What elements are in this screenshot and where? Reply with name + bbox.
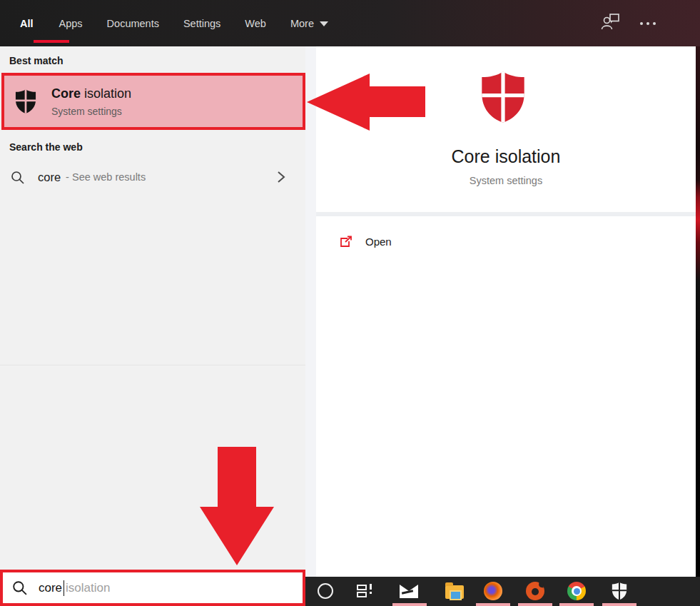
search-icon <box>11 171 24 184</box>
file-explorer-icon[interactable] <box>445 581 465 601</box>
tab-settings-label: Settings <box>183 18 220 29</box>
open-label: Open <box>365 236 392 248</box>
origin-icon[interactable] <box>525 581 545 601</box>
tab-web[interactable]: Web <box>233 0 278 46</box>
running-indicator-origin <box>518 603 552 606</box>
text-caret <box>64 580 64 596</box>
tab-documents-label: Documents <box>107 18 159 29</box>
best-match-result-core-isolation[interactable]: Core isolation System settings <box>1 73 305 130</box>
best-match-subtitle: System settings <box>51 106 131 117</box>
preview-subtitle: System settings <box>316 175 696 186</box>
preview-divider <box>316 212 696 216</box>
chevron-right-icon <box>277 171 285 183</box>
tab-more-label: More <box>290 18 314 29</box>
tab-more[interactable]: More <box>278 0 340 46</box>
annotation-arrow-down-icon <box>198 447 275 566</box>
tab-all-label: All <box>20 18 34 29</box>
search-icon <box>12 580 27 595</box>
desktop-wallpaper-strip <box>696 46 700 606</box>
chrome-icon[interactable] <box>567 581 587 601</box>
cortana-icon[interactable] <box>315 581 335 601</box>
best-match-header: Best match <box>9 55 63 66</box>
mail-icon[interactable] <box>399 581 419 601</box>
running-indicator-chrome <box>559 603 594 606</box>
tab-apps-label: Apps <box>59 18 83 29</box>
search-suggestion-text: isolation <box>66 581 110 595</box>
running-indicator-security <box>602 603 636 606</box>
tab-settings[interactable]: Settings <box>171 0 233 46</box>
tab-apps[interactable]: Apps <box>47 0 95 46</box>
web-hint-text: - See web results <box>66 171 146 183</box>
core-isolation-shield-icon <box>475 70 532 124</box>
more-options-icon[interactable] <box>639 18 657 29</box>
tab-documents[interactable]: Documents <box>95 0 171 46</box>
account-feedback-icon[interactable] <box>601 13 620 34</box>
web-result-item[interactable]: core - See web results <box>0 165 305 189</box>
windows-search-flyout: All Apps Documents Settings Web More Bes… <box>0 0 700 606</box>
open-action[interactable]: Open <box>316 228 696 255</box>
filter-tabs: All Apps Documents Settings Web More <box>0 0 700 46</box>
search-the-web-header: Search the web <box>9 141 83 153</box>
task-view-icon[interactable] <box>355 581 375 601</box>
results-divider <box>0 365 305 365</box>
running-indicator-mail <box>392 603 427 606</box>
tab-all[interactable]: All <box>20 0 47 46</box>
firefox-icon[interactable] <box>483 581 503 601</box>
taskbar <box>305 577 700 606</box>
windows-security-icon[interactable] <box>609 581 629 601</box>
security-shield-icon <box>13 88 39 115</box>
search-filter-bar: All Apps Documents Settings Web More <box>0 0 700 46</box>
best-match-title: Core isolation <box>51 86 131 101</box>
search-input[interactable]: coreisolation <box>0 570 305 606</box>
search-typed-text: core <box>39 581 62 595</box>
preview-title: Core isolation <box>316 146 696 167</box>
annotation-arrow-left-icon <box>307 71 427 133</box>
web-query-text: core <box>38 171 61 184</box>
chevron-down-icon <box>320 21 328 26</box>
tab-web-label: Web <box>245 18 266 29</box>
running-indicator-firefox <box>476 603 510 606</box>
open-external-icon <box>340 236 352 248</box>
